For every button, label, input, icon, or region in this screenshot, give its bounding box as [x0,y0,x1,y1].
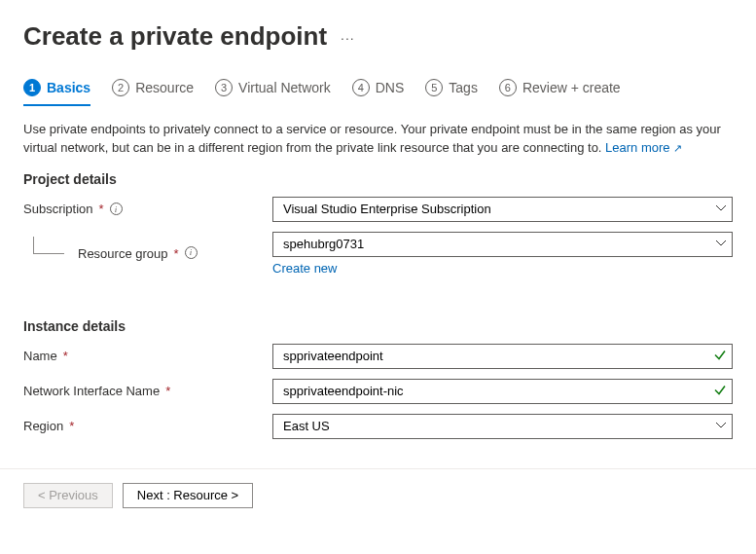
subscription-label: Subscription [23,202,93,216]
tab-step-badge: 4 [352,79,370,96]
create-new-link[interactable]: Create new [272,261,337,276]
tab-virtual-network[interactable]: 3 Virtual Network [215,75,331,106]
subscription-select[interactable] [272,197,733,222]
tab-step-badge: 5 [425,79,443,96]
resource-group-select[interactable] [272,232,733,257]
tab-review-create[interactable]: 6 Review + create [499,75,621,106]
tab-dns[interactable]: 4 DNS [352,75,405,106]
nic-name-input[interactable] [272,379,733,404]
region-select[interactable] [272,414,733,439]
tab-label: Review + create [522,80,621,95]
required-indicator: * [69,419,74,433]
project-details-heading: Project details [23,171,733,187]
info-icon[interactable]: i [185,246,198,259]
nic-name-label: Network Interface Name [23,384,160,398]
learn-more-link[interactable]: Learn more ↗ [605,140,682,155]
name-label: Name [23,349,57,363]
more-actions-icon[interactable]: ··· [341,30,355,46]
region-label: Region [23,419,63,433]
tab-step-badge: 1 [23,79,41,96]
required-indicator: * [174,246,179,261]
required-indicator: * [99,202,104,216]
tab-label: Tags [449,80,478,95]
name-input[interactable] [272,344,733,369]
page-title: Create a private endpoint [23,21,327,52]
tab-label: Basics [47,80,90,95]
required-indicator: * [63,349,68,363]
next-button[interactable]: Next : Resource > [123,483,253,508]
tab-step-badge: 2 [112,79,129,96]
instance-details-heading: Instance details [23,318,733,334]
tab-basics[interactable]: 1 Basics [23,75,90,106]
required-indicator: * [165,384,170,398]
info-icon[interactable]: i [110,203,123,215]
tab-tags[interactable]: 5 Tags [425,75,478,106]
wizard-tabs: 1 Basics 2 Resource 3 Virtual Network 4 … [23,75,733,107]
tab-label: Virtual Network [238,80,331,95]
tab-resource[interactable]: 2 Resource [112,75,194,106]
external-link-icon: ↗ [673,142,682,154]
resource-group-label: Resource group [78,246,168,261]
intro-paragraph: Use private endpoints to privately conne… [23,121,733,158]
tab-label: DNS [376,80,405,95]
tab-step-badge: 6 [499,79,517,96]
previous-button: < Previous [23,483,113,508]
tree-connector-icon [33,237,64,254]
tab-step-badge: 3 [215,79,233,96]
tab-label: Resource [135,80,194,95]
